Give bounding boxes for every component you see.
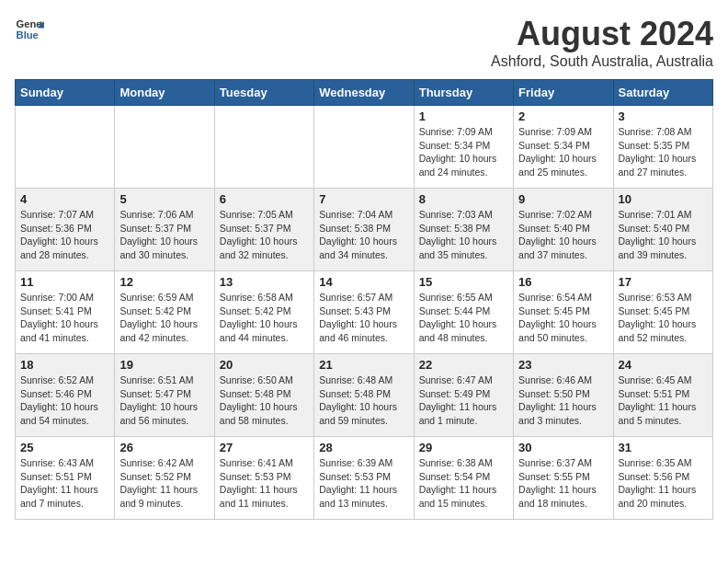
day-info: Sunrise: 6:41 AM Sunset: 5:53 PM Dayligh… [220, 456, 309, 511]
calendar-cell: 19Sunrise: 6:51 AM Sunset: 5:47 PM Dayli… [115, 354, 214, 437]
calendar-cell: 31Sunrise: 6:35 AM Sunset: 5:56 PM Dayli… [613, 437, 712, 520]
header: General Blue August 2024 Ashford, South … [15, 15, 713, 70]
day-of-week-header: Saturday [613, 80, 712, 106]
calendar-cell: 12Sunrise: 6:59 AM Sunset: 5:42 PM Dayli… [115, 271, 214, 354]
day-info: Sunrise: 7:08 AM Sunset: 5:35 PM Dayligh… [619, 125, 708, 179]
day-info: Sunrise: 7:01 AM Sunset: 5:40 PM Dayligh… [619, 208, 708, 262]
calendar-cell: 28Sunrise: 6:39 AM Sunset: 5:53 PM Dayli… [314, 437, 414, 520]
calendar-cell: 20Sunrise: 6:50 AM Sunset: 5:48 PM Dayli… [214, 354, 313, 437]
day-number: 13 [220, 275, 309, 289]
day-info: Sunrise: 6:58 AM Sunset: 5:42 PM Dayligh… [220, 291, 309, 345]
day-number: 19 [119, 358, 209, 372]
day-info: Sunrise: 6:47 AM Sunset: 5:49 PM Dayligh… [419, 373, 508, 428]
subtitle: Ashford, South Australia, Australia [491, 53, 713, 70]
calendar-cell: 3Sunrise: 7:08 AM Sunset: 5:35 PM Daylig… [613, 106, 712, 189]
day-info: Sunrise: 7:09 AM Sunset: 5:34 PM Dayligh… [518, 125, 608, 179]
calendar-week-row: 11Sunrise: 7:00 AM Sunset: 5:41 PM Dayli… [16, 271, 713, 354]
calendar-cell [214, 106, 313, 189]
calendar-cell: 13Sunrise: 6:58 AM Sunset: 5:42 PM Dayli… [214, 271, 313, 354]
day-info: Sunrise: 6:46 AM Sunset: 5:50 PM Dayligh… [518, 373, 608, 428]
calendar-cell: 9Sunrise: 7:02 AM Sunset: 5:40 PM Daylig… [514, 189, 613, 271]
calendar-body: 1Sunrise: 7:09 AM Sunset: 5:34 PM Daylig… [16, 106, 713, 520]
calendar-week-row: 4Sunrise: 7:07 AM Sunset: 5:36 PM Daylig… [16, 189, 713, 271]
day-info: Sunrise: 6:35 AM Sunset: 5:56 PM Dayligh… [619, 456, 708, 511]
day-number: 27 [220, 441, 309, 454]
day-of-week-header: Tuesday [214, 80, 313, 106]
day-info: Sunrise: 6:52 AM Sunset: 5:46 PM Dayligh… [20, 373, 109, 428]
calendar-cell: 16Sunrise: 6:54 AM Sunset: 5:45 PM Dayli… [514, 271, 613, 354]
day-number: 21 [319, 358, 408, 372]
svg-text:Blue: Blue [17, 29, 39, 40]
day-info: Sunrise: 6:42 AM Sunset: 5:52 PM Dayligh… [119, 456, 209, 511]
day-number: 10 [619, 192, 708, 206]
day-number: 24 [619, 358, 708, 372]
day-of-week-header: Monday [115, 80, 214, 106]
calendar-cell: 17Sunrise: 6:53 AM Sunset: 5:45 PM Dayli… [613, 271, 712, 354]
day-number: 5 [119, 192, 209, 206]
day-number: 3 [619, 109, 708, 123]
calendar-cell: 25Sunrise: 6:43 AM Sunset: 5:51 PM Dayli… [16, 437, 115, 520]
day-number: 12 [119, 275, 209, 289]
day-of-week-header: Sunday [16, 80, 115, 106]
day-info: Sunrise: 7:03 AM Sunset: 5:38 PM Dayligh… [419, 208, 508, 262]
day-info: Sunrise: 6:48 AM Sunset: 5:48 PM Dayligh… [319, 373, 408, 428]
day-info: Sunrise: 6:57 AM Sunset: 5:43 PM Dayligh… [319, 291, 408, 345]
calendar-cell: 11Sunrise: 7:00 AM Sunset: 5:41 PM Dayli… [16, 271, 115, 354]
day-info: Sunrise: 6:43 AM Sunset: 5:51 PM Dayligh… [20, 456, 109, 511]
calendar-cell: 18Sunrise: 6:52 AM Sunset: 5:46 PM Dayli… [16, 354, 115, 437]
day-number: 20 [220, 358, 309, 372]
day-info: Sunrise: 7:00 AM Sunset: 5:41 PM Dayligh… [20, 291, 109, 345]
day-number: 11 [20, 275, 109, 289]
day-number: 15 [419, 275, 508, 289]
day-number: 25 [20, 441, 109, 454]
day-info: Sunrise: 6:54 AM Sunset: 5:45 PM Dayligh… [518, 291, 608, 345]
day-info: Sunrise: 6:37 AM Sunset: 5:55 PM Dayligh… [518, 456, 608, 511]
day-info: Sunrise: 7:04 AM Sunset: 5:38 PM Dayligh… [319, 208, 408, 262]
calendar-cell: 4Sunrise: 7:07 AM Sunset: 5:36 PM Daylig… [16, 189, 115, 271]
day-number: 29 [419, 441, 508, 454]
day-number: 26 [119, 441, 209, 454]
calendar-week-row: 25Sunrise: 6:43 AM Sunset: 5:51 PM Dayli… [16, 437, 713, 520]
calendar-cell: 2Sunrise: 7:09 AM Sunset: 5:34 PM Daylig… [514, 106, 613, 189]
day-number: 31 [619, 441, 708, 454]
calendar-cell [314, 106, 414, 189]
calendar-cell: 23Sunrise: 6:46 AM Sunset: 5:50 PM Dayli… [514, 354, 613, 437]
day-info: Sunrise: 6:38 AM Sunset: 5:54 PM Dayligh… [419, 456, 508, 511]
calendar-cell [16, 106, 115, 189]
calendar-cell: 22Sunrise: 6:47 AM Sunset: 5:49 PM Dayli… [414, 354, 513, 437]
logo-icon: General Blue [15, 15, 44, 44]
calendar-cell: 15Sunrise: 6:55 AM Sunset: 5:44 PM Dayli… [414, 271, 513, 354]
calendar-week-row: 18Sunrise: 6:52 AM Sunset: 5:46 PM Dayli… [16, 354, 713, 437]
day-number: 1 [419, 109, 508, 123]
calendar-cell: 1Sunrise: 7:09 AM Sunset: 5:34 PM Daylig… [414, 106, 513, 189]
day-of-week-header: Wednesday [314, 80, 414, 106]
day-number: 30 [518, 441, 608, 454]
day-info: Sunrise: 6:51 AM Sunset: 5:47 PM Dayligh… [119, 373, 209, 428]
day-info: Sunrise: 6:59 AM Sunset: 5:42 PM Dayligh… [119, 291, 209, 345]
day-number: 16 [518, 275, 608, 289]
day-number: 8 [419, 192, 508, 206]
day-number: 23 [518, 358, 608, 372]
day-info: Sunrise: 7:02 AM Sunset: 5:40 PM Dayligh… [518, 208, 608, 262]
calendar-week-row: 1Sunrise: 7:09 AM Sunset: 5:34 PM Daylig… [16, 106, 713, 189]
calendar-cell: 21Sunrise: 6:48 AM Sunset: 5:48 PM Dayli… [314, 354, 414, 437]
day-info: Sunrise: 7:06 AM Sunset: 5:37 PM Dayligh… [119, 208, 209, 262]
calendar-cell: 30Sunrise: 6:37 AM Sunset: 5:55 PM Dayli… [514, 437, 613, 520]
calendar-cell [115, 106, 214, 189]
day-number: 4 [20, 192, 109, 206]
calendar-cell: 26Sunrise: 6:42 AM Sunset: 5:52 PM Dayli… [115, 437, 214, 520]
day-of-week-header: Thursday [414, 80, 513, 106]
day-info: Sunrise: 7:09 AM Sunset: 5:34 PM Dayligh… [419, 125, 508, 179]
day-of-week-header: Friday [514, 80, 613, 106]
day-number: 28 [319, 441, 408, 454]
day-number: 9 [518, 192, 608, 206]
day-info: Sunrise: 6:53 AM Sunset: 5:45 PM Dayligh… [619, 291, 708, 345]
logo: General Blue [15, 15, 44, 44]
calendar-cell: 14Sunrise: 6:57 AM Sunset: 5:43 PM Dayli… [314, 271, 414, 354]
day-number: 17 [619, 275, 708, 289]
title-area: August 2024 Ashford, South Australia, Au… [491, 15, 713, 70]
calendar-cell: 5Sunrise: 7:06 AM Sunset: 5:37 PM Daylig… [115, 189, 214, 271]
calendar-cell: 24Sunrise: 6:45 AM Sunset: 5:51 PM Dayli… [613, 354, 712, 437]
day-info: Sunrise: 6:45 AM Sunset: 5:51 PM Dayligh… [619, 373, 708, 428]
day-info: Sunrise: 7:07 AM Sunset: 5:36 PM Dayligh… [20, 208, 109, 262]
